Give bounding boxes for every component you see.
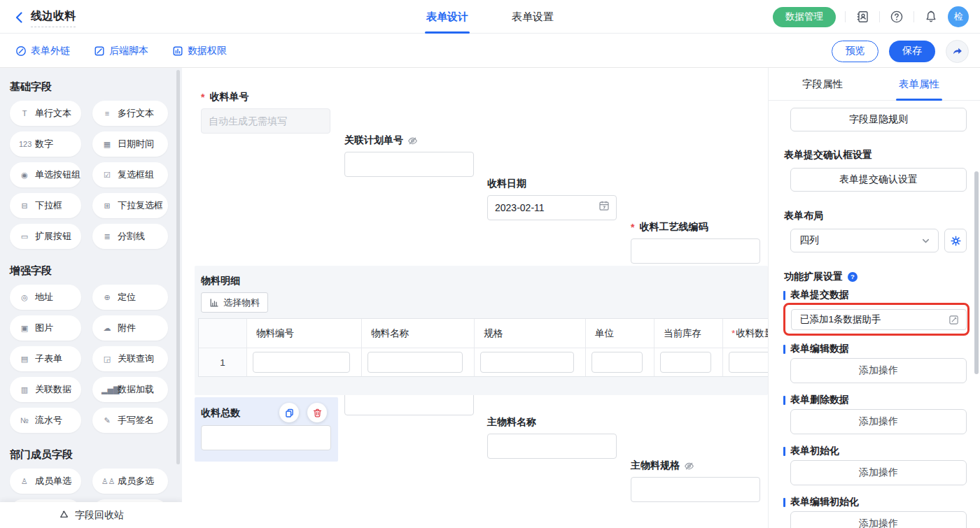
material-name-cell-input[interactable] [368,352,463,373]
data-permission-icon [172,45,183,57]
field-palette-item[interactable]: ⊞ 下拉复选框 [92,193,168,218]
field-main-material-spec[interactable]: 主物料规格 [631,459,760,502]
add-operation-button-delete[interactable]: 添加操作 [790,409,967,434]
add-operation-button-edit[interactable]: 添加操作 [790,358,967,383]
field-receipt-no[interactable]: *收料单号 [201,90,330,134]
tab-form-properties[interactable]: 表单属性 [899,68,939,101]
back-button[interactable] [13,10,27,24]
main-material-name-input[interactable] [487,434,617,459]
field-visibility-rules-button[interactable]: 字段显隐规则 [790,108,967,131]
field-type-icon: ⊞ [102,201,113,211]
save-button[interactable]: 保存 [889,41,935,62]
copy-icon [284,408,295,418]
add-operation-button-edit-init[interactable]: 添加操作 [790,511,967,528]
field-palette-item[interactable]: ▂▅▇ 数据加载 [92,377,168,402]
selected-field-label: 收料总数 [201,407,240,420]
share-button[interactable] [946,40,969,63]
field-process-line-code[interactable]: *收料工艺线编码 [631,220,760,264]
field-palette-item[interactable]: ◲ 关联查询 [92,346,168,371]
plan-no-input[interactable] [344,152,474,177]
field-receipt-date[interactable]: 收料日期 [487,177,617,220]
duplicate-field-button[interactable] [279,403,299,422]
edit-pencil-icon[interactable] [948,315,959,325]
select-material-button[interactable]: 选择物料 [201,292,268,313]
field-type-icon: ✎ [102,416,113,425]
delete-field-button[interactable] [307,403,327,422]
field-palette-item[interactable]: ▤ 子表单 [10,346,81,371]
field-type-icon: № [19,416,30,424]
field-palette-item[interactable]: ⊕ 定位 [92,285,168,310]
properties-panel: 字段属性 表单属性 字段显隐规则 表单提交确认框设置 表单提交确认设置 表单布局… [768,68,980,528]
layout-settings-gear-button[interactable] [944,229,967,252]
backend-script-button[interactable]: 后端脚本 [94,45,148,57]
data-permission-button[interactable]: 数据权限 [172,45,227,57]
address-book-icon[interactable] [855,9,870,24]
field-palette-item[interactable]: ≡ 多行文本 [92,101,168,126]
field-type-icon: ▦ [102,140,113,149]
field-palette-item[interactable]: ▥ 关联数据 [10,377,81,402]
field-type-icon: ☑ [102,171,113,180]
receipt-date-input[interactable] [487,195,617,220]
data-manage-button[interactable]: 数据管理 [773,7,836,27]
sidebar-scrollbar[interactable] [176,70,180,464]
spec-cell-input[interactable] [480,352,574,373]
calendar-icon[interactable] [598,200,610,211]
field-recycle-bin[interactable]: 字段回收站 [0,502,182,528]
field-palette-item[interactable]: ✎ 手写签名 [92,408,168,433]
active-tab-underline [425,31,470,34]
field-palette-item[interactable]: ☁ 附件 [92,315,168,341]
field-palette-item[interactable]: T 单行文本 [10,101,81,126]
question-circle-icon[interactable]: ? [847,271,858,283]
selected-field-total[interactable]: 收料总数 [195,397,338,462]
avatar[interactable]: 检 [948,6,969,27]
unit-cell-input[interactable] [592,352,643,373]
field-palette-item[interactable]: ◎ 地址 [10,285,81,310]
tab-form-settings[interactable]: 表单设置 [512,0,554,34]
field-palette-item[interactable]: № 流水号 [10,408,81,433]
field-plan-no[interactable]: 关联计划单号 [344,134,474,177]
field-palette-item[interactable]: 123 数字 [10,131,81,157]
field-palette-item[interactable]: ▭ 扩展按钮 [10,224,81,249]
layout-select[interactable]: 四列 [790,229,939,252]
group-title-enhanced: 增强字段 [10,264,182,278]
form-canvas[interactable]: *收料单号 关联计划单号 收料日期 [182,68,768,528]
form-toolbar: 表单外链 后端脚本 数据权限 预览 保存 [0,34,980,68]
field-palette-item[interactable]: ♙♙ 成员多选 [92,469,168,494]
total-qty-input[interactable] [201,425,331,450]
data-assistant-entry[interactable]: 已添加1条数据助手 [791,309,967,330]
field-palette-item[interactable]: ⊟ 下拉框 [10,193,81,218]
subform-column-header: 物料编号 [247,319,362,348]
panel-tabs: 字段属性 表单属性 [769,68,980,101]
back-chevron-icon [13,10,27,24]
material-code-cell-input[interactable] [253,352,350,373]
chevron-down-icon [920,236,931,246]
preview-button[interactable]: 预览 [832,41,878,62]
help-icon[interactable] [889,9,904,24]
basic-field-grid: T 单行文本 ≡ 多行文本 123 数字 ▦ [10,101,182,249]
subform-material-detail[interactable]: 物料明细 选择物料 物料编号 物料名称 [195,266,768,395]
field-palette-item[interactable]: ☑ 复选框组 [92,162,168,187]
tab-field-properties[interactable]: 字段属性 [802,68,843,101]
field-palette-item[interactable]: ◉ 单选按钮组 [10,162,81,187]
toolbar-right: 预览 保存 [832,34,969,68]
divider [879,11,880,22]
field-palette-item[interactable]: ≣ 分割线 [92,224,168,249]
field-palette-item[interactable]: ▣ 图片 [10,315,81,341]
panel-scrollbar[interactable] [974,171,979,374]
field-type-icon: ⊟ [19,201,30,211]
field-palette-item[interactable]: ♙ 成员单选 [10,469,81,494]
form-title[interactable]: 线边收料 [31,9,76,27]
process-line-code-input[interactable] [631,238,760,264]
tab-form-design[interactable]: 表单设计 [426,0,468,34]
notification-bell-icon[interactable] [923,9,939,24]
stock-cell-input[interactable] [660,352,711,373]
submit-confirm-settings-button[interactable]: 表单提交确认设置 [790,168,967,192]
field-main-material-name[interactable]: 主物料名称 [487,415,617,459]
trash-icon [312,408,323,418]
add-operation-button-init[interactable]: 添加操作 [790,460,967,485]
field-palette-sidebar: 基础字段 T 单行文本 ≡ 多行文本 123 数字 [0,68,182,528]
external-link-button[interactable]: 表单外链 [15,45,70,57]
main-material-spec-input[interactable] [631,477,760,502]
field-palette-item[interactable]: ▦ 日期时间 [92,131,168,157]
receipt-qty-cell-input[interactable] [729,352,768,373]
